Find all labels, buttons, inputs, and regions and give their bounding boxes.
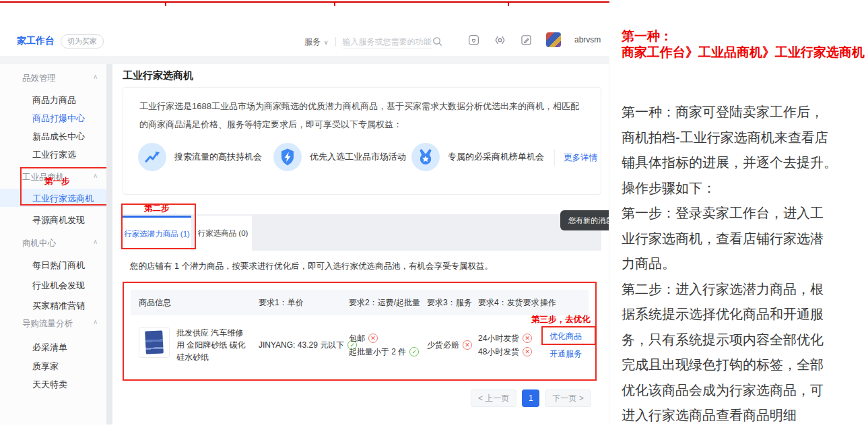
more-details-link[interactable]: 更多详情 bbox=[564, 152, 597, 164]
benefit-market-activity: 优先入选工业品市场活动 bbox=[273, 143, 406, 171]
cross-fail-icon bbox=[523, 334, 532, 343]
sidebar-group-traffic-analysis[interactable]: 导购流量分析 bbox=[22, 318, 73, 330]
prev-page-button[interactable]: < 上一页 bbox=[471, 389, 516, 407]
annotation-body-text: 第一种：商家可登陆卖家工作后， 商机拍档-工业行家选商机来查看店 铺具体指标的进… bbox=[622, 100, 859, 429]
req3-service: 少货必赔 bbox=[427, 340, 478, 351]
header-icon-group: abrvsm bbox=[467, 32, 621, 47]
chart-icon bbox=[138, 143, 166, 171]
req2-min-batch: 起批量小于 2 件 bbox=[349, 346, 427, 358]
search-icon[interactable] bbox=[432, 36, 444, 49]
annotation-step3-label: 第三步，去优化 bbox=[531, 314, 591, 325]
tab-expert-pick-products[interactable]: 行家选商品 (0) bbox=[194, 216, 252, 251]
intro-card: 工业行家选是1688工业品市场为商家甄选的优质潜力商机商品，基于买家需求大数据分… bbox=[123, 87, 601, 195]
product-title[interactable]: 批发供应 汽车维修用 金阳牌砂纸 碳化硅水砂纸 bbox=[176, 327, 246, 363]
cross-fail-icon bbox=[463, 340, 472, 350]
new-message-toast: 您有新的消息 bbox=[560, 210, 609, 230]
benefit-label: 专属的必采商机榜单机会 bbox=[448, 151, 544, 163]
sidebar-main-divider bbox=[106, 64, 112, 425]
annotation-step2-box bbox=[121, 204, 196, 249]
heart-badge-icon[interactable] bbox=[467, 34, 480, 46]
benefit-label: 搜索流量的高扶持机会 bbox=[174, 151, 262, 163]
product-cell: 批发供应 汽车维修用 金阳牌砂纸 碳化硅水砂纸 bbox=[139, 327, 259, 363]
column-header-req3-service: 要求3：服务 bbox=[427, 297, 478, 309]
top-header: 家工作台 切为买家 服务 abrvsm bbox=[0, 27, 609, 56]
product-thumbnail[interactable] bbox=[139, 327, 170, 358]
check-pass-icon bbox=[409, 347, 419, 356]
req4-48h-delivery: 48小时发货 bbox=[478, 346, 540, 358]
switch-to-buyer-button[interactable]: 切为买家 bbox=[61, 34, 104, 49]
sidebar-item-must-buy-list[interactable]: 必采清单 bbox=[32, 342, 67, 354]
cross-fail-icon bbox=[368, 334, 378, 343]
annotation-step1-label: 第一步 bbox=[44, 176, 70, 187]
annotation-step1-box bbox=[20, 167, 119, 206]
sidebar-item-product-power[interactable]: 商品力商品 bbox=[32, 94, 76, 106]
column-header-product-info: 商品信息 bbox=[139, 297, 259, 309]
sidebar-item-daily-hot[interactable]: 每日热门商机 bbox=[32, 259, 85, 272]
sidebar-item-industrial-expert-pick[interactable]: 工业行家选 bbox=[32, 149, 76, 161]
benefit-search-traffic: 搜索流量的高扶持机会 bbox=[138, 143, 262, 171]
collapse-icon[interactable] bbox=[93, 73, 98, 80]
avatar[interactable] bbox=[546, 32, 561, 47]
workbench-logo[interactable]: 家工作台 bbox=[17, 35, 55, 47]
page-title: 工业行家选商机 bbox=[123, 69, 193, 82]
collapse-icon[interactable] bbox=[93, 238, 98, 245]
pagination: < 上一页 1 下一页 > bbox=[471, 389, 591, 407]
sidebar-group-product-efficiency[interactable]: 品效管理 bbox=[22, 73, 56, 84]
collapse-icon[interactable] bbox=[93, 318, 98, 325]
search-category-dropdown[interactable]: 服务 bbox=[304, 36, 329, 48]
column-header-req4-delivery: 要求4：发货要求 bbox=[478, 297, 540, 309]
table-header-row: 商品信息 要求1：单价 要求2：运费/起批量 要求3：服务 要求4：发货要求 操… bbox=[131, 290, 589, 315]
column-header-req1-price: 要求1：单价 bbox=[259, 297, 349, 309]
cross-fail-icon bbox=[523, 347, 532, 356]
sidebar-item-quality-home[interactable]: 质享家 bbox=[32, 361, 59, 373]
benefit-ranking-chance: 专属的必采商机榜单机会 bbox=[411, 143, 544, 171]
annotation-tick bbox=[334, 3, 335, 6]
settings-icon[interactable] bbox=[494, 34, 506, 46]
open-service-link[interactable]: 开通服务 bbox=[549, 348, 587, 360]
sidebar-item-new-product-growth[interactable]: 新品成长中心 bbox=[32, 131, 85, 143]
divider bbox=[335, 37, 336, 46]
chevron-down-icon bbox=[321, 37, 329, 46]
req1-price: JINYANG: 43.29 元以下 bbox=[259, 340, 349, 351]
sidebar-item-industry-chance[interactable]: 行业机会发现 bbox=[32, 280, 85, 292]
column-header-req2-shipping: 要求2：运费/起批量 bbox=[349, 297, 427, 309]
edit-icon[interactable] bbox=[520, 34, 533, 46]
annotation-table-box: 商品信息 要求1：单价 要求2：运费/起批量 要求3：服务 要求4：发货要求 操… bbox=[123, 282, 597, 381]
sidebar-item-daily-deals[interactable]: 天天特卖 bbox=[32, 379, 67, 391]
sidebar: 品效管理 商品力商品 商品打爆中心 新品成长中心 工业行家选 工业品商机 工业行… bbox=[0, 64, 106, 425]
annotation-tick bbox=[165, 3, 166, 6]
req4-24h-delivery: 24小时发货 bbox=[478, 333, 540, 344]
sidebar-item-buyer-marketing[interactable]: 买家精准营销 bbox=[32, 300, 85, 312]
annotation-tick bbox=[508, 3, 509, 6]
annotation-heading-line1: 第一种： bbox=[622, 28, 865, 44]
medal-icon bbox=[411, 143, 440, 171]
benefit-label: 优先入选工业品市场活动 bbox=[310, 151, 406, 163]
sidebar-group-opportunity-center[interactable]: 商机中心 bbox=[22, 238, 56, 249]
annotation-heading: 第一种： 商家工作台》工业品商机》工业行家选商机 bbox=[622, 28, 865, 61]
summary-text: 您的店铺有 1 个潜力商品，按要求进行优化后，即可入选行家优选商品池，有机会享受… bbox=[130, 261, 493, 272]
req2-free-shipping: 包邮 bbox=[349, 333, 427, 344]
header-search-bar: 服务 bbox=[304, 32, 444, 51]
table-row: 批发供应 汽车维修用 金阳牌砂纸 碳化硅水砂纸 JINYANG: 43.29 元… bbox=[131, 315, 589, 375]
annotation-step3-box bbox=[541, 326, 596, 345]
annotation-column: 第一种： 商家工作台》工业品商机》工业行家选商机 第一种：商家可登陆卖家工作后，… bbox=[609, 0, 868, 438]
column-header-actions: 操作 bbox=[540, 297, 587, 309]
main-panel: 工业行家选商机 工业行家选是1688工业品市场为商家甄选的优质潜力商机商品，基于… bbox=[112, 64, 609, 425]
current-page-indicator[interactable]: 1 bbox=[522, 389, 539, 407]
page-background-band bbox=[0, 56, 609, 64]
username[interactable]: abrvsm bbox=[574, 35, 601, 44]
divider bbox=[554, 150, 555, 166]
shield-lightning-icon bbox=[273, 143, 302, 171]
sidebar-item-sourcing-discovery[interactable]: 寻源商机发现 bbox=[32, 214, 85, 226]
search-input[interactable] bbox=[343, 35, 432, 49]
sidebar-item-product-boost-center[interactable]: 商品打爆中心 bbox=[32, 113, 85, 125]
screenshot-canvas: 家工作台 切为买家 服务 abrvsm 品 bbox=[0, 0, 868, 438]
sandpaper-package-image bbox=[145, 330, 164, 354]
intro-text: 工业行家选是1688工业品市场为商家甄选的优质潜力商机商品，基于买家需求大数据分… bbox=[139, 97, 587, 133]
next-page-button[interactable]: 下一页 > bbox=[545, 389, 591, 407]
annotation-heading-line2: 商家工作台》工业品商机》工业行家选商机 bbox=[622, 44, 865, 61]
